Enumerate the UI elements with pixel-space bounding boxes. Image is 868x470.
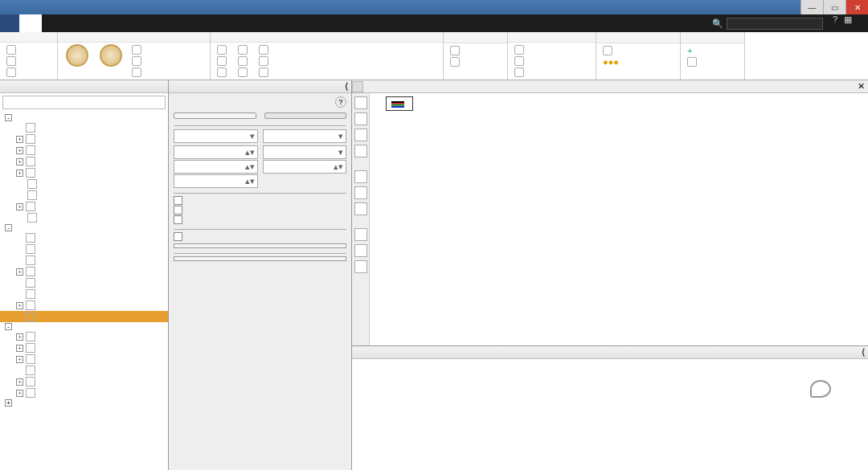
tree-params[interactable]: +	[0, 398, 168, 407]
tree-monitors[interactable]: +	[0, 266, 168, 277]
tree-methods[interactable]	[0, 232, 168, 243]
tree-reports[interactable]: +	[0, 387, 168, 398]
chart-tab-1[interactable]	[352, 81, 363, 92]
tree-models[interactable]: +	[0, 133, 168, 145]
menu-user-defined[interactable]	[64, 14, 87, 32]
menu-physics[interactable]	[42, 14, 64, 32]
tree-general[interactable]	[0, 122, 168, 133]
check-button[interactable]	[61, 44, 93, 67]
quick-search-input[interactable]	[727, 18, 823, 30]
type-select[interactable]: ▾	[174, 129, 258, 143]
minimize-button[interactable]: —	[800, 0, 823, 14]
separate-button[interactable]	[214, 55, 233, 67]
manage-surface-button[interactable]	[684, 56, 704, 67]
console-close[interactable]: ⟨	[862, 347, 865, 358]
help-icon[interactable]: ?	[829, 14, 841, 32]
tree-scene[interactable]	[0, 365, 168, 376]
data-file-quantities-button[interactable]	[174, 243, 346, 248]
display-button[interactable]	[3, 44, 23, 55]
axis-tool[interactable]	[354, 202, 367, 215]
zoom-tool[interactable]	[354, 129, 367, 141]
more-adapt-button[interactable]: ●●●	[600, 56, 631, 67]
fit-tool[interactable]	[354, 170, 367, 183]
dynamic-mesh-button[interactable]	[511, 44, 530, 55]
task-page-resize[interactable]: ⟨	[345, 81, 348, 92]
menu-design[interactable]	[177, 14, 199, 32]
num-time-steps-input[interactable]: ▴▾	[174, 145, 258, 159]
units-button[interactable]	[3, 67, 23, 78]
tree-dynmesh[interactable]	[0, 178, 168, 190]
profile-update-interval-input[interactable]: ▴▾	[174, 174, 258, 188]
menu-parallel[interactable]	[154, 14, 177, 32]
residuals-chart[interactable]	[370, 93, 868, 345]
box-tool[interactable]	[354, 145, 367, 157]
maximize-button[interactable]: ▭	[823, 0, 845, 14]
calculate-button[interactable]	[174, 256, 346, 261]
menu-file[interactable]	[0, 14, 19, 32]
console-output[interactable]	[352, 359, 868, 470]
tree-repdef[interactable]	[0, 255, 168, 266]
scale-button[interactable]	[129, 44, 148, 55]
method-select[interactable]: ▾	[263, 129, 347, 143]
make-polyhedra-button[interactable]	[129, 67, 148, 78]
tree-graphics[interactable]: +	[0, 342, 168, 354]
pan-tool[interactable]	[354, 112, 367, 125]
tree-cellreg[interactable]	[0, 277, 168, 288]
tree-czc[interactable]: +	[0, 156, 168, 167]
info-button[interactable]	[3, 55, 23, 67]
tree-bc[interactable]: +	[0, 167, 168, 178]
time-step-size-input[interactable]: ▾	[263, 145, 347, 159]
settings-icon[interactable]: ▦	[841, 14, 855, 32]
probe-tool[interactable]	[354, 228, 367, 241]
create-surface-button[interactable]: +	[684, 45, 704, 56]
delete-button[interactable]	[235, 44, 254, 55]
max-iterations-input[interactable]: ▴▾	[174, 160, 258, 174]
turbo-topology-button[interactable]	[511, 67, 530, 78]
adjacency-button[interactable]	[214, 67, 233, 78]
replace-mesh-button[interactable]	[256, 55, 275, 67]
mesh-interface-button[interactable]	[447, 45, 466, 56]
tree-calcact[interactable]: +	[0, 300, 168, 311]
close-button[interactable]: ✕	[845, 0, 868, 14]
tree-surfaces[interactable]: +	[0, 331, 168, 342]
tree-results[interactable]: -	[0, 322, 168, 331]
tree-namedexpr[interactable]	[0, 212, 168, 223]
combine-button[interactable]	[214, 44, 233, 55]
snapshot-tool[interactable]	[354, 244, 367, 257]
specify-solid-checkbox[interactable]	[174, 215, 346, 224]
tree-solution[interactable]: -	[0, 223, 168, 232]
pointer-tool[interactable]	[354, 96, 367, 109]
menu-view[interactable]	[132, 14, 154, 32]
reporting-interval-input[interactable]: ▴▾	[263, 160, 347, 174]
append-button[interactable]	[256, 44, 275, 55]
tree-controls[interactable]	[0, 243, 168, 255]
tree-refval[interactable]	[0, 190, 168, 201]
rotate-tool[interactable]	[354, 186, 367, 199]
tree-setup[interactable]: -	[0, 113, 168, 122]
tree-anim[interactable]: +	[0, 376, 168, 387]
report-sim-checkbox[interactable]	[174, 206, 346, 215]
menu-solution[interactable]	[87, 14, 109, 32]
check-case-button[interactable]	[174, 112, 256, 119]
extrapolate-checkbox[interactable]	[174, 196, 346, 205]
tree-plots[interactable]: +	[0, 354, 168, 365]
refine-coarsen-button[interactable]	[600, 45, 631, 56]
chart-close[interactable]: ✕	[858, 81, 868, 92]
data-sampling-checkbox[interactable]	[174, 232, 346, 241]
preview-mesh-motion-button[interactable]	[264, 112, 347, 119]
activate-button[interactable]	[235, 67, 254, 78]
outline-filter-input[interactable]	[2, 96, 166, 109]
overset-button[interactable]	[447, 56, 466, 67]
deactivate-button[interactable]	[235, 55, 254, 67]
menu-domain[interactable]	[19, 14, 42, 32]
mixing-planes-button[interactable]	[511, 55, 530, 67]
tree-runcalc[interactable]	[0, 311, 168, 322]
help-icon[interactable]: ?	[335, 96, 346, 108]
menu-results[interactable]	[109, 14, 132, 32]
tree-init[interactable]	[0, 288, 168, 300]
transform-button[interactable]	[129, 55, 148, 67]
tree-refframes[interactable]: +	[0, 201, 168, 212]
tree-materials[interactable]: +	[0, 145, 168, 156]
export-tool[interactable]	[354, 260, 367, 273]
replace-zone-button[interactable]	[256, 67, 275, 78]
